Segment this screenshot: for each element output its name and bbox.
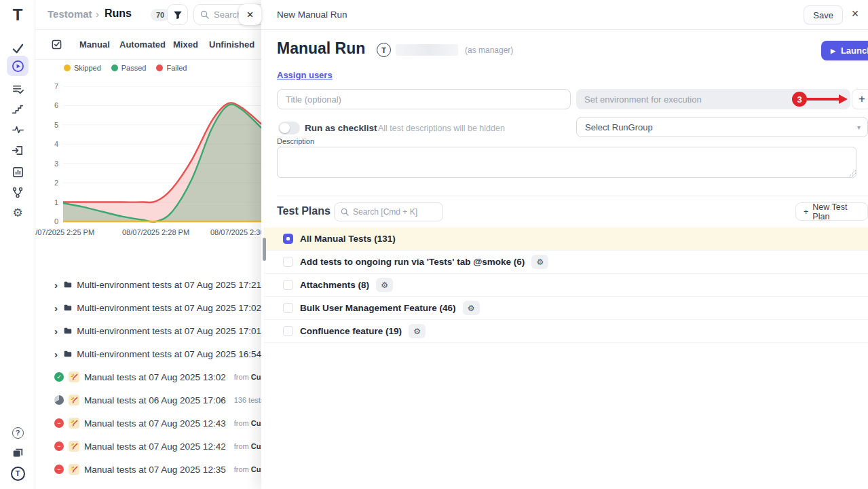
breadcrumb-page[interactable]: Runs <box>105 7 132 20</box>
drawer-title: New Manual Run <box>277 10 347 20</box>
plan-settings-gear-icon[interactable]: ⚙ <box>463 301 480 315</box>
testomat-badge-icon: T <box>11 467 25 481</box>
test-plan-row[interactable]: All Manual Tests (131) <box>264 228 868 251</box>
plan-settings-gear-icon[interactable]: ⚙ <box>409 324 426 338</box>
y-tick-label: 6 <box>35 101 58 109</box>
copy-icon <box>12 447 24 459</box>
help-icon: ? <box>12 427 24 439</box>
tab-manual[interactable]: Manual <box>79 39 110 50</box>
test-plan-row[interactable]: Attachments (8) ⚙ <box>264 274 868 297</box>
scrollbar-thumb[interactable] <box>263 238 266 261</box>
sidebar-item-analytics[interactable] <box>0 163 35 181</box>
gear-icon: ⚙ <box>12 207 22 219</box>
play-circle-icon <box>12 60 24 73</box>
filter-button[interactable] <box>167 4 188 25</box>
testomat-logo[interactable]: T <box>0 5 35 24</box>
test-plans-search-input[interactable] <box>353 207 431 217</box>
legend-item-skipped[interactable]: Skipped <box>64 64 101 72</box>
launch-button[interactable]: ▶ Launch <box>821 41 868 60</box>
run-row[interactable]: ✓ Manual tests at 07 Aug 2025 13:02 from… <box>35 365 261 388</box>
app-sidebar: T ⚙ ? <box>0 0 35 489</box>
x-tick-label: 08/07/2025 2:25 PM <box>35 228 94 236</box>
sidebar-item-activity[interactable] <box>0 121 35 139</box>
checkbox-unchecked[interactable] <box>283 303 293 313</box>
status-failed-icon: − <box>54 441 64 451</box>
select-all-icon[interactable] <box>52 39 62 52</box>
sidebar-item-import[interactable] <box>0 141 35 159</box>
tab-unfinished[interactable]: Unfinished <box>209 39 254 50</box>
chevron-right-icon[interactable]: › <box>54 349 59 359</box>
run-as-checklist-toggle[interactable] <box>278 122 300 134</box>
close-icon[interactable]: × <box>848 7 863 21</box>
run-row[interactable]: − Manual tests at 07 Aug 2025 12:42 from… <box>35 435 261 458</box>
run-meta: from Custom <box>234 442 261 450</box>
y-tick-label: 5 <box>35 121 58 129</box>
checkbox-unchecked[interactable] <box>283 280 293 290</box>
test-plan-row[interactable]: Confluence feature (19) ⚙ <box>264 320 868 343</box>
status-passed-icon: ✓ <box>54 372 64 382</box>
run-row[interactable]: − Manual tests at 07 Aug 2025 12:35 from… <box>35 458 261 481</box>
checkbox-checked[interactable] <box>283 234 293 244</box>
legend-item-passed[interactable]: Passed <box>111 64 147 72</box>
folder-icon <box>64 326 72 336</box>
chart-legend: Skipped Passed Failed <box>64 64 187 72</box>
import-icon <box>12 144 24 157</box>
sidebar-item-runs[interactable] <box>7 56 29 76</box>
run-folder-row[interactable]: › Multi-environment tests at 07 Aug 2025… <box>35 296 261 319</box>
run-folder-row[interactable]: › Multi-environment tests at 07 Aug 2025… <box>35 319 261 342</box>
drawer-edge-close-button[interactable]: × <box>239 4 261 25</box>
tab-automated[interactable]: Automated <box>119 39 166 50</box>
test-plan-label: All Manual Tests (131) <box>300 234 396 244</box>
run-title-input[interactable] <box>277 89 571 109</box>
breadcrumb-separator: › <box>96 8 99 20</box>
sidebar-item-projects[interactable] <box>0 444 35 462</box>
sidebar-item-branches[interactable] <box>0 183 35 201</box>
pulse-icon <box>12 124 24 137</box>
chevron-right-icon[interactable]: › <box>54 280 59 290</box>
legend-item-failed[interactable]: Failed <box>156 64 187 72</box>
add-environment-button[interactable]: + <box>852 89 868 109</box>
app-root: T ⚙ ? <box>0 0 868 489</box>
sidebar-item-milestones[interactable] <box>0 101 35 118</box>
section-divider <box>277 196 868 196</box>
run-title: Multi-environment tests at 07 Aug 2025 1… <box>77 326 261 336</box>
checkbox-unchecked[interactable] <box>283 326 293 336</box>
tab-mixed[interactable]: Mixed <box>173 39 198 50</box>
save-button[interactable]: Save <box>804 5 843 24</box>
chevron-right-icon[interactable]: › <box>54 326 59 336</box>
sidebar-item-help[interactable]: ? <box>0 424 35 441</box>
plan-settings-gear-icon[interactable]: ⚙ <box>376 278 393 292</box>
test-plan-row[interactable]: Bulk User Management Feature (46) ⚙ <box>264 297 868 320</box>
chevron-right-icon[interactable]: › <box>54 303 59 313</box>
test-plan-label: Bulk User Management Feature (46) <box>300 303 456 313</box>
sidebar-item-tests[interactable] <box>0 39 35 57</box>
manager-name-redacted <box>396 44 458 56</box>
y-tick-label: 3 <box>35 160 58 168</box>
assign-users-link[interactable]: Assign users <box>277 70 333 80</box>
checkbox-unchecked[interactable] <box>283 257 293 267</box>
run-title: Manual tests at 06 Aug 2025 17:06 <box>84 395 226 405</box>
run-meta: from Custom <box>234 419 261 427</box>
run-title-heading: Manual Run <box>277 39 365 58</box>
run-folder-row[interactable]: › Multi-environment tests at 07 Aug 2025… <box>35 342 261 365</box>
plan-settings-gear-icon[interactable]: ⚙ <box>531 255 548 269</box>
y-tick-label: 2 <box>35 179 58 187</box>
run-title: Manual tests at 07 Aug 2025 13:02 <box>84 372 226 382</box>
run-row[interactable]: − Manual tests at 07 Aug 2025 12:43 from… <box>35 412 261 435</box>
x-tick-label: 08/07/2025 2:30 PM <box>210 228 261 236</box>
rungroup-select[interactable]: Select RunGroup ▾ <box>576 117 868 137</box>
sidebar-item-plans[interactable] <box>0 80 35 98</box>
folder-icon <box>64 303 72 312</box>
manual-run-icon <box>69 418 79 429</box>
sidebar-item-account[interactable]: T <box>0 465 35 482</box>
sidebar-item-settings[interactable]: ⚙ <box>0 204 35 221</box>
description-textarea[interactable] <box>277 147 856 178</box>
run-folder-row[interactable]: › Multi-environment tests at 07 Aug 2025… <box>35 273 261 296</box>
runs-trend-chart <box>63 86 261 223</box>
steps-icon <box>12 103 24 115</box>
status-in-progress-icon <box>54 395 64 405</box>
test-plan-row[interactable]: Add tests to ongoing run via 'Tests' tab… <box>264 251 868 274</box>
breadcrumb-app[interactable]: Testomat <box>48 8 92 20</box>
run-row[interactable]: Manual tests at 06 Aug 2025 17:06 136 te… <box>35 388 261 412</box>
new-test-plan-button[interactable]: + New Test Plan <box>795 202 868 221</box>
